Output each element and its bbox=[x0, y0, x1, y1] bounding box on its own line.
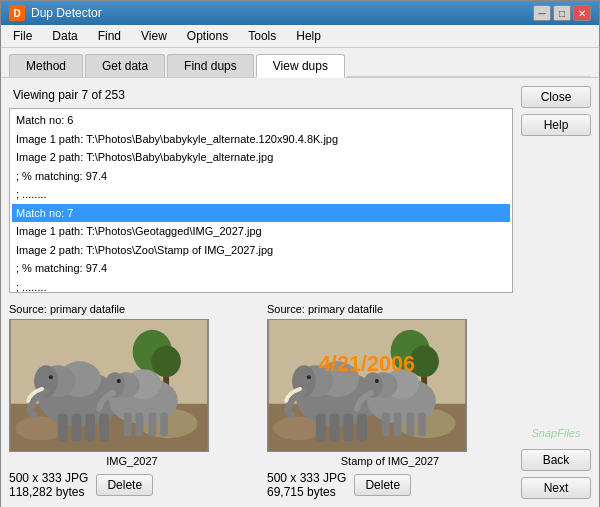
list-item[interactable]: Image 2 path: T:\Photos\Zoo\Stamp of IMG… bbox=[12, 241, 510, 260]
next-button[interactable]: Next bbox=[521, 477, 591, 499]
svg-rect-13 bbox=[58, 414, 68, 442]
list-item[interactable]: Match no: 6 bbox=[12, 111, 510, 130]
menu-data[interactable]: Data bbox=[44, 27, 85, 45]
tab-find-dups[interactable]: Find dups bbox=[167, 54, 254, 77]
menu-options[interactable]: Options bbox=[179, 27, 236, 45]
svg-rect-51 bbox=[418, 413, 426, 437]
svg-point-12 bbox=[49, 375, 53, 379]
image-caption-1: IMG_2027 bbox=[9, 455, 255, 467]
svg-rect-14 bbox=[72, 414, 82, 442]
svg-rect-16 bbox=[99, 414, 109, 442]
menu-bar: File Data Find View Options Tools Help bbox=[1, 25, 599, 48]
view-pair-label: Viewing pair 7 of 253 bbox=[9, 86, 513, 104]
tab-get-data[interactable]: Get data bbox=[85, 54, 165, 77]
image-block-1: Source: primary datafile bbox=[9, 303, 255, 499]
elephant-image-2: 4/21/2006 bbox=[268, 320, 466, 451]
svg-rect-22 bbox=[124, 413, 132, 437]
list-item-selected[interactable]: Match no: 7 bbox=[12, 204, 510, 223]
menu-find[interactable]: Find bbox=[90, 27, 129, 45]
close-button[interactable]: Close bbox=[521, 86, 591, 108]
snap-watermark: SnapFiles bbox=[521, 423, 591, 443]
delete-button-1[interactable]: Delete bbox=[96, 474, 153, 496]
list-item[interactable]: Image 1 path: T:\Photos\Baby\babykyle_al… bbox=[12, 130, 510, 149]
tab-method[interactable]: Method bbox=[9, 54, 83, 77]
menu-view[interactable]: View bbox=[133, 27, 175, 45]
list-item[interactable]: ; % matching: 97.4 bbox=[12, 167, 510, 186]
tab-view-dups[interactable]: View dups bbox=[256, 54, 345, 78]
back-button[interactable]: Back bbox=[521, 449, 591, 471]
image-source-label-2: Source: primary datafile bbox=[267, 303, 513, 315]
svg-rect-41 bbox=[343, 414, 353, 442]
tab-bar: Method Get data Find dups View dups bbox=[1, 48, 599, 78]
delete-button-2[interactable]: Delete bbox=[354, 474, 411, 496]
svg-rect-40 bbox=[330, 414, 340, 442]
image-actions-2: 500 x 333 JPG 69,715 bytes Delete bbox=[267, 471, 513, 499]
svg-point-38 bbox=[307, 375, 311, 379]
match-list-inner: Match no: 6 Image 1 path: T:\Photos\Baby… bbox=[10, 109, 512, 293]
list-item[interactable]: ; % matching: 97.4 bbox=[12, 259, 510, 278]
svg-rect-48 bbox=[382, 413, 390, 437]
right-panel: Close Help SnapFiles Back Next bbox=[521, 86, 591, 499]
elephant-image-1 bbox=[10, 320, 208, 451]
image-actions-1: 500 x 333 JPG 118,282 bytes Delete bbox=[9, 471, 255, 499]
image-block-2: Source: primary datafile bbox=[267, 303, 513, 499]
list-item[interactable]: ; ........ bbox=[12, 185, 510, 204]
list-item[interactable]: Image 1 path: T:\Photos\Geotagged\IMG_20… bbox=[12, 222, 510, 241]
svg-rect-24 bbox=[148, 413, 156, 437]
main-window: D Dup Detector ─ □ ✕ File Data Find View… bbox=[0, 0, 600, 507]
svg-text:4/21/2006: 4/21/2006 bbox=[319, 351, 415, 376]
image-source-label-1: Source: primary datafile bbox=[9, 303, 255, 315]
image-frame-2: 4/21/2006 bbox=[267, 319, 467, 452]
menu-help[interactable]: Help bbox=[288, 27, 329, 45]
images-section: Source: primary datafile bbox=[9, 303, 513, 499]
svg-point-7 bbox=[151, 346, 181, 378]
menu-file[interactable]: File bbox=[5, 27, 40, 45]
maximize-button[interactable]: □ bbox=[553, 5, 571, 21]
svg-rect-15 bbox=[85, 414, 95, 442]
list-item[interactable]: Image 2 path: T:\Photos\Baby\babykyle_al… bbox=[12, 148, 510, 167]
svg-rect-42 bbox=[357, 414, 367, 442]
list-item[interactable]: ; ........ bbox=[12, 278, 510, 294]
svg-rect-25 bbox=[160, 413, 168, 437]
svg-rect-50 bbox=[406, 413, 414, 437]
image-meta-1: 500 x 333 JPG 118,282 bytes bbox=[9, 471, 88, 499]
window-close-button[interactable]: ✕ bbox=[573, 5, 591, 21]
svg-rect-49 bbox=[394, 413, 402, 437]
svg-point-21 bbox=[117, 379, 121, 383]
menu-tools[interactable]: Tools bbox=[240, 27, 284, 45]
minimize-button[interactable]: ─ bbox=[533, 5, 551, 21]
svg-point-47 bbox=[375, 379, 379, 383]
main-panel: Viewing pair 7 of 253 Match no: 6 Image … bbox=[9, 86, 513, 499]
svg-rect-23 bbox=[136, 413, 144, 437]
image-caption-2: Stamp of IMG_2027 bbox=[267, 455, 513, 467]
match-list[interactable]: Match no: 6 Image 1 path: T:\Photos\Baby… bbox=[9, 108, 513, 293]
image-meta-2: 500 x 333 JPG 69,715 bytes bbox=[267, 471, 346, 499]
app-icon: D bbox=[9, 5, 25, 21]
window-title: Dup Detector bbox=[31, 6, 527, 20]
title-bar: D Dup Detector ─ □ ✕ bbox=[1, 1, 599, 25]
help-button[interactable]: Help bbox=[521, 114, 591, 136]
svg-rect-39 bbox=[316, 414, 326, 442]
window-controls: ─ □ ✕ bbox=[533, 5, 591, 21]
image-frame-1 bbox=[9, 319, 209, 452]
